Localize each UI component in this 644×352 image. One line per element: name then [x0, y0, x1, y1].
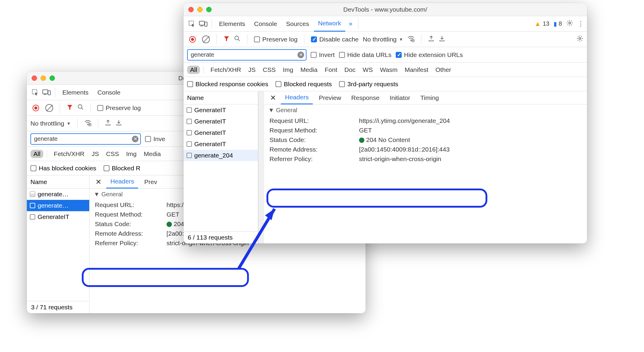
warnings-count[interactable]: ▲13 — [534, 20, 549, 28]
third-party-requests-checkbox[interactable]: 3rd-party requests — [339, 81, 398, 88]
tab-elements[interactable]: Elements — [58, 85, 93, 100]
type-css[interactable]: CSS — [260, 66, 279, 74]
messages-count[interactable]: ▮8 — [554, 20, 562, 27]
preserve-log-checkbox[interactable]: Preserve log — [254, 36, 298, 43]
search-icon[interactable] — [77, 104, 84, 112]
settings-icon[interactable] — [566, 19, 573, 28]
import-har-icon[interactable] — [439, 35, 445, 44]
request-icon — [30, 203, 35, 208]
devtools-window-front: DevTools - www.youtube.com/ Elements Con… — [184, 3, 587, 243]
more-menu-icon[interactable]: ⋮ — [577, 20, 584, 28]
throttling-dropdown[interactable]: No throttling ▼ — [363, 36, 403, 43]
close-icon[interactable]: ✕ — [267, 94, 279, 102]
request-row[interactable]: GenerateIT — [184, 138, 258, 150]
type-fetch-xhr[interactable]: Fetch/XHR — [51, 150, 87, 158]
blocked-requests-checkbox[interactable]: Blocked requests — [275, 81, 332, 88]
type-doc[interactable]: Doc — [341, 66, 358, 74]
svg-rect-1 — [43, 90, 48, 94]
type-all[interactable]: All — [30, 150, 43, 158]
disable-cache-checkbox[interactable]: Disable cache — [311, 36, 359, 43]
type-wasm[interactable]: Wasm — [377, 66, 400, 74]
name-column-header[interactable]: Name — [27, 175, 89, 189]
svg-point-21 — [579, 38, 581, 39]
request-icon — [30, 214, 35, 220]
tab-console[interactable]: Console — [250, 16, 281, 32]
type-img[interactable]: Img — [123, 150, 140, 158]
clear-button[interactable] — [202, 35, 210, 43]
requests-summary: 6 / 113 requests — [184, 231, 258, 243]
clear-filter-icon[interactable]: ✕ — [298, 52, 304, 58]
request-row[interactable]: GenerateIT — [184, 104, 258, 116]
request-row[interactable]: generate… — [27, 189, 89, 200]
name-column-header[interactable]: Name — [184, 91, 258, 104]
network-conditions-icon[interactable] — [84, 119, 91, 128]
hide-data-urls-checkbox[interactable]: Hide data URLs — [339, 51, 392, 58]
filter-input[interactable] — [187, 49, 306, 61]
tab-preview[interactable]: Prev — [140, 175, 161, 189]
clear-filter-icon[interactable]: ✕ — [132, 136, 138, 142]
tab-network[interactable]: Network — [314, 16, 345, 32]
filter-icon[interactable] — [223, 35, 230, 44]
import-har-icon[interactable] — [115, 119, 122, 128]
inspect-icon[interactable] — [30, 87, 41, 98]
tab-elements[interactable]: Elements — [215, 16, 249, 32]
tab-preview[interactable]: Preview — [315, 91, 345, 104]
type-fetch-xhr[interactable]: Fetch/XHR — [207, 66, 244, 74]
has-blocked-cookies-checkbox[interactable]: Has blocked cookies — [30, 165, 96, 172]
record-button[interactable] — [187, 34, 198, 45]
request-icon — [30, 192, 35, 197]
filter-input[interactable] — [30, 133, 141, 145]
invert-checkbox[interactable]: Inve — [145, 135, 165, 143]
device-toggle-icon[interactable] — [198, 18, 209, 29]
filter-input-wrap: ✕ — [187, 49, 306, 61]
tab-response[interactable]: Response — [347, 91, 384, 104]
close-icon[interactable]: ✕ — [93, 178, 104, 186]
request-row[interactable]: GenerateIT — [184, 127, 258, 138]
tab-sources[interactable]: Sources — [282, 16, 313, 32]
status-dot-icon — [167, 222, 172, 227]
export-har-icon[interactable] — [428, 35, 435, 44]
scrollbar[interactable] — [258, 91, 264, 243]
device-toggle-icon[interactable] — [41, 87, 52, 98]
type-manifest[interactable]: Manifest — [402, 66, 431, 74]
search-icon[interactable] — [234, 35, 241, 44]
type-css[interactable]: CSS — [103, 150, 122, 158]
network-settings-icon[interactable] — [576, 35, 583, 44]
clear-button[interactable] — [45, 104, 53, 112]
titlebar: DevTools - www.youtube.com/ — [184, 3, 587, 16]
tab-timing[interactable]: Timing — [416, 91, 443, 104]
filter-icon[interactable] — [67, 104, 73, 112]
hide-extension-urls-checkbox[interactable]: Hide extension URLs — [396, 51, 463, 58]
tab-headers[interactable]: Headers — [106, 175, 138, 189]
request-row[interactable]: GenerateIT — [184, 116, 258, 127]
type-all[interactable]: All — [187, 66, 200, 74]
request-row[interactable]: generate… — [27, 200, 89, 211]
throttling-dropdown[interactable]: No throttling ▼ — [30, 120, 71, 127]
svg-line-7 — [81, 108, 83, 109]
blocked-req-checkbox[interactable]: Blocked R — [104, 165, 141, 172]
type-img[interactable]: Img — [280, 66, 296, 74]
export-har-icon[interactable] — [105, 119, 111, 128]
inspect-icon[interactable] — [187, 18, 197, 29]
tab-initiator[interactable]: Initiator — [386, 91, 415, 104]
svg-point-17 — [235, 36, 239, 40]
svg-rect-2 — [44, 94, 47, 95]
type-media[interactable]: Media — [298, 66, 321, 74]
tab-console[interactable]: Console — [93, 85, 125, 100]
more-tabs-icon[interactable]: » — [346, 20, 355, 28]
type-ws[interactable]: WS — [360, 66, 376, 74]
type-js[interactable]: JS — [89, 150, 102, 158]
preserve-log-checkbox[interactable]: Preserve log — [97, 104, 141, 112]
record-button[interactable] — [30, 103, 41, 113]
tab-headers[interactable]: Headers — [281, 91, 313, 104]
blocked-response-cookies-checkbox[interactable]: Blocked response cookies — [187, 81, 268, 88]
type-font[interactable]: Font — [322, 66, 340, 74]
type-js[interactable]: JS — [245, 66, 259, 74]
invert-checkbox[interactable]: Invert — [311, 51, 335, 58]
type-media[interactable]: Media — [141, 150, 164, 158]
network-conditions-icon[interactable] — [407, 35, 415, 44]
general-section[interactable]: ▼General — [264, 104, 587, 116]
request-row[interactable]: GenerateIT — [27, 211, 89, 223]
request-row[interactable]: generate_204 — [184, 150, 258, 161]
type-other[interactable]: Other — [432, 66, 454, 74]
